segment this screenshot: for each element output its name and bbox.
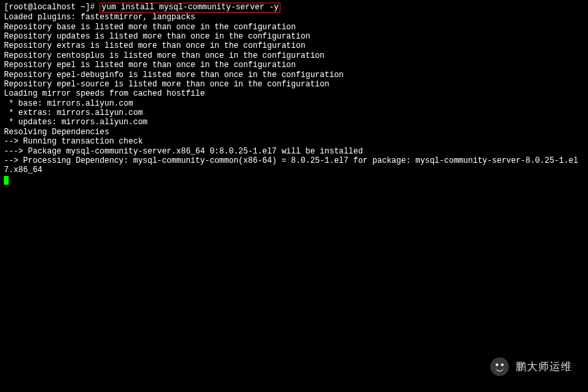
watermark: 鹏大师运维 [490, 357, 572, 376]
shell-command-highlighted: yum install mysql-community-server -y [100, 3, 280, 13]
terminal-line: Repository centosplus is listed more tha… [4, 51, 584, 60]
terminal-line: Loading mirror speeds from cached hostfi… [4, 89, 584, 98]
cursor-icon [4, 176, 9, 185]
terminal-output: Loaded plugins: fastestmirror, langpacks… [4, 13, 584, 175]
terminal-line: Repository epel is listed more than once… [4, 60, 584, 70]
terminal-line: * base: mirrors.aliyun.com [4, 99, 584, 108]
terminal-line: Repository updates is listed more than o… [4, 32, 584, 41]
terminal-line: --> Processing Dependency: mysql-communi… [4, 156, 584, 175]
shell-prompt-line: [root@localhost ~]# yum install mysql-co… [4, 3, 584, 13]
terminal-cursor-line [4, 175, 584, 185]
shell-prompt: [root@localhost ~]# [4, 3, 100, 12]
terminal-line: Repository epel-debuginfo is listed more… [4, 70, 584, 80]
terminal-line: Repository epel-source is listed more th… [4, 80, 584, 89]
terminal-line: Repository base is listed more than once… [4, 23, 584, 32]
terminal-line: ---> Package mysql-community-server.x86_… [4, 147, 584, 156]
terminal-line: Resolving Dependencies [4, 128, 584, 137]
terminal-line: Repository extras is listed more than on… [4, 41, 584, 50]
watermark-text: 鹏大师运维 [516, 360, 572, 373]
terminal-line: Loaded plugins: fastestmirror, langpacks [4, 13, 584, 22]
terminal-line: --> Running transaction check [4, 137, 584, 146]
wechat-icon [490, 357, 509, 376]
terminal-line: * updates: mirrors.aliyun.com [4, 118, 584, 127]
terminal-line: * extras: mirrors.aliyun.com [4, 108, 584, 118]
